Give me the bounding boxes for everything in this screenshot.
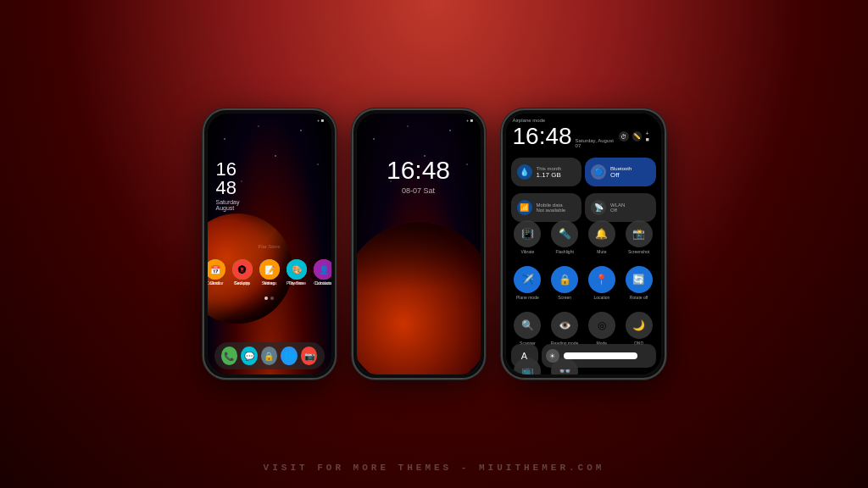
page-dot [270, 297, 274, 300]
toggle-mute[interactable]: 🔔 Mute [585, 220, 619, 254]
dock-messages[interactable]: 💬 [241, 347, 258, 365]
toggle-vibrate[interactable]: 📳 Vibrate [511, 220, 545, 254]
page-dot-active [264, 297, 268, 300]
cc-data-tile[interactable]: 💧 This month 1.17 GB [511, 158, 582, 186]
cc-font-button[interactable]: A [511, 344, 538, 368]
toggle-mode[interactable]: ◎ Mode [585, 312, 619, 346]
phone-home: + ■ 16 48 Saturday August 🕐 Clock [203, 108, 337, 380]
toggle-lockscreen[interactable]: 🔒 Screen [548, 266, 581, 300]
bluetooth-icon: 🔵 [591, 164, 606, 180]
cc-wlan-tile[interactable]: 📡 WLAN Off [585, 193, 656, 222]
cc-edit-icon[interactable]: ✏️ [632, 131, 643, 141]
cc-time-row: 16:48 Saturday, August 07 ⏱ ✏️ + ■ [513, 125, 654, 148]
cc-bottom-row: A ☀ [511, 344, 656, 368]
vibrate-button[interactable]: 📳 [514, 220, 541, 247]
cc-header: Airplane mode 16:48 Saturday, August 07 … [513, 118, 654, 148]
dock-camera[interactable]: 📷 [301, 347, 318, 365]
phone2-clock: 16:48 08-07 Sat [357, 156, 481, 195]
status-icons: + ■ [317, 118, 325, 123]
dock-bar: 📞 💬 🔒 🌐 📷 [214, 342, 325, 369]
app-getapps[interactable]: 🅜 GetApps [232, 259, 253, 286]
mobile-data-icon: 📶 [517, 200, 532, 215]
dock-phone[interactable]: 📞 [221, 347, 238, 365]
cc-toggles-row1: 📳 Vibrate 🔦 Flashlight 🔔 Mute 📸 Screensh… [511, 220, 656, 254]
toggle-flashlight[interactable]: 🔦 Flashlight [548, 220, 581, 254]
cc-mobile-data-tile[interactable]: 📶 Mobile data Not available [511, 193, 582, 222]
phone2-status: + ■ [466, 118, 474, 123]
cc-header-icons: ⏱ ✏️ + ■ [619, 130, 654, 142]
wlan-icon: 📡 [591, 200, 606, 215]
cc-clock-icon[interactable]: ⏱ [619, 131, 629, 141]
cc-tiles-row1: 💧 This month 1.17 GB 🔵 Bluetooth Off [511, 158, 656, 186]
rotate-button[interactable]: 🔄 [626, 266, 653, 293]
toggle-location[interactable]: 📍 Location [585, 266, 619, 300]
scanner-button[interactable]: 🔍 [514, 312, 541, 339]
flat-store-label: Flat Store [258, 244, 280, 249]
brightness-bar[interactable]: ☀ [542, 344, 656, 368]
toggle-rotate[interactable]: 🔄 Rotate off [622, 266, 656, 300]
dock-browser[interactable]: 🌐 [281, 347, 298, 365]
dock-lock[interactable]: 🔒 [261, 347, 278, 365]
app-themes[interactable]: 🎨 Themes [287, 259, 307, 286]
phone1-status-bar: + ■ [317, 118, 325, 123]
app-notes[interactable]: 📝 Notes [259, 259, 280, 286]
toggle-screenshot[interactable]: 📸 Screenshot [622, 220, 656, 254]
phone-control-center: Airplane mode 16:48 Saturday, August 07 … [501, 108, 666, 380]
dnd-button[interactable]: 🌙 [626, 312, 653, 339]
location-button[interactable]: 📍 [588, 266, 615, 293]
phone1-clock: 16 48 Saturday August [216, 160, 240, 211]
toggle-airplane[interactable]: ✈️ Plane mode [511, 266, 545, 300]
airplane-button[interactable]: ✈️ [514, 266, 541, 293]
mode-button[interactable]: ◎ [588, 312, 615, 339]
toggle-dnd[interactable]: 🌙 DND [622, 312, 656, 346]
data-icon: 💧 [517, 164, 532, 180]
cc-toggles-row2: ✈️ Plane mode 🔒 Screen 📍 Location 🔄 Rota… [511, 266, 656, 300]
phone-lockscreen: + ■ 16:48 08-07 Sat [352, 108, 486, 380]
flashlight-button[interactable]: 🔦 [551, 220, 578, 247]
cc-bt-info: Bluetooth Off [610, 166, 650, 179]
brightness-fill [564, 352, 638, 359]
app-calendar[interactable]: 📅 Calendar [208, 259, 225, 286]
cc-wlan-info: WLAN Off [610, 202, 650, 213]
phone2-planet [357, 222, 481, 374]
cc-tiles-row2: 📶 Mobile data Not available 📡 WLAN Off [511, 193, 656, 222]
cc-battery: + ■ [645, 130, 654, 142]
toggle-scanner[interactable]: 🔍 Scanner [511, 312, 545, 346]
apps-row-2: 📅 Calendar 🅜 GetApps 📝 Notes 🎨 Themes 👤 [208, 259, 331, 286]
screenshot-button[interactable]: 📸 [626, 220, 653, 247]
reading-button[interactable]: 👁️ [551, 312, 578, 339]
mute-button[interactable]: 🔔 [588, 220, 615, 247]
watermark-text: VISIT FOR MORE THEMES - MIUITHEMER.COM [0, 463, 868, 473]
toggle-reading[interactable]: 👁️ Reading mode [548, 312, 581, 346]
cc-data-info: This month 1.17 GB [537, 166, 576, 179]
app-contacts[interactable]: 👤 Contacts [314, 259, 331, 286]
lockscreen-button[interactable]: 🔒 [551, 266, 578, 293]
brightness-icon: ☀ [546, 349, 559, 363]
cc-toggles-row3: 🔍 Scanner 👁️ Reading mode ◎ Mode 🌙 DND [511, 312, 656, 346]
cc-mdata-info: Mobile data Not available [537, 202, 576, 213]
cc-bluetooth-tile[interactable]: 🔵 Bluetooth Off [585, 158, 656, 186]
